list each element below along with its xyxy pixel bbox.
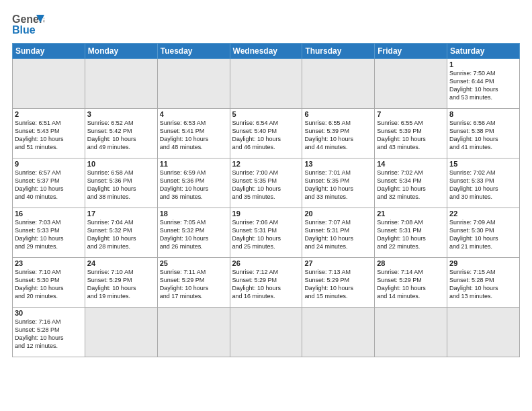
day-info: Sunrise: 6:51 AM Sunset: 5:43 PM Dayligh…	[15, 119, 83, 152]
day-number: 4	[160, 110, 228, 118]
calendar-cell: 23Sunrise: 7:10 AM Sunset: 5:30 PM Dayli…	[13, 258, 85, 308]
day-info: Sunrise: 7:09 AM Sunset: 5:30 PM Dayligh…	[449, 218, 517, 251]
day-number: 7	[377, 110, 445, 118]
day-info: Sunrise: 7:13 AM Sunset: 5:29 PM Dayligh…	[304, 268, 372, 301]
calendar-cell	[157, 59, 230, 109]
calendar-cell: 24Sunrise: 7:10 AM Sunset: 5:29 PM Dayli…	[85, 258, 157, 308]
calendar-cell	[85, 59, 157, 109]
day-number: 10	[87, 160, 155, 168]
day-number: 20	[304, 210, 372, 218]
day-info: Sunrise: 6:58 AM Sunset: 5:36 PM Dayligh…	[87, 169, 155, 201]
weekday-header: Monday	[85, 44, 157, 59]
day-info: Sunrise: 6:55 AM Sunset: 5:39 PM Dayligh…	[304, 119, 372, 152]
day-info: Sunrise: 7:50 AM Sunset: 6:44 PM Dayligh…	[449, 69, 517, 102]
weekday-header: Thursday	[302, 44, 375, 59]
day-info: Sunrise: 7:00 AM Sunset: 5:35 PM Dayligh…	[232, 169, 300, 201]
calendar-cell: 27Sunrise: 7:13 AM Sunset: 5:29 PM Dayli…	[302, 258, 375, 308]
calendar-cell: 1Sunrise: 7:50 AM Sunset: 6:44 PM Daylig…	[447, 59, 520, 109]
calendar-cell	[230, 59, 302, 109]
calendar-cell: 10Sunrise: 6:58 AM Sunset: 5:36 PM Dayli…	[85, 158, 157, 208]
calendar-cell: 4Sunrise: 6:53 AM Sunset: 5:41 PM Daylig…	[157, 109, 230, 158]
calendar-cell	[302, 59, 375, 109]
calendar-week-row: 9Sunrise: 6:57 AM Sunset: 5:37 PM Daylig…	[13, 158, 520, 208]
calendar-cell: 6Sunrise: 6:55 AM Sunset: 5:39 PM Daylig…	[302, 109, 375, 158]
weekday-header: Wednesday	[230, 44, 302, 59]
calendar-cell: 25Sunrise: 7:11 AM Sunset: 5:29 PM Dayli…	[157, 258, 230, 308]
svg-text:Blue: Blue	[12, 24, 36, 36]
calendar-cell	[375, 59, 447, 109]
calendar-cell	[447, 308, 520, 357]
day-number: 2	[15, 110, 83, 118]
weekday-header: Sunday	[13, 44, 85, 59]
calendar-cell: 30Sunrise: 7:16 AM Sunset: 5:28 PM Dayli…	[13, 308, 85, 357]
day-number: 17	[87, 210, 155, 218]
weekday-header: Friday	[375, 44, 447, 59]
day-number: 21	[377, 210, 445, 218]
weekday-header: Tuesday	[157, 44, 230, 59]
calendar-table: SundayMondayTuesdayWednesdayThursdayFrid…	[12, 43, 520, 357]
day-info: Sunrise: 7:10 AM Sunset: 5:30 PM Dayligh…	[15, 268, 83, 301]
calendar-cell: 26Sunrise: 7:12 AM Sunset: 5:29 PM Dayli…	[230, 258, 302, 308]
calendar-cell: 15Sunrise: 7:02 AM Sunset: 5:33 PM Dayli…	[447, 158, 520, 208]
day-number: 3	[87, 110, 155, 118]
day-number: 8	[449, 110, 517, 118]
day-number: 16	[15, 210, 83, 218]
calendar-cell: 13Sunrise: 7:01 AM Sunset: 5:35 PM Dayli…	[302, 158, 375, 208]
calendar-cell: 18Sunrise: 7:05 AM Sunset: 5:32 PM Dayli…	[157, 208, 230, 258]
day-info: Sunrise: 7:07 AM Sunset: 5:31 PM Dayligh…	[304, 218, 372, 251]
day-number: 15	[449, 160, 517, 168]
day-info: Sunrise: 7:11 AM Sunset: 5:29 PM Dayligh…	[160, 268, 228, 301]
day-info: Sunrise: 7:14 AM Sunset: 5:29 PM Dayligh…	[377, 268, 445, 301]
day-number: 6	[304, 110, 372, 118]
day-info: Sunrise: 7:12 AM Sunset: 5:29 PM Dayligh…	[232, 268, 300, 301]
calendar-week-row: 2Sunrise: 6:51 AM Sunset: 5:43 PM Daylig…	[13, 109, 520, 158]
calendar-week-row: 23Sunrise: 7:10 AM Sunset: 5:30 PM Dayli…	[13, 258, 520, 308]
calendar-cell	[85, 308, 157, 357]
day-info: Sunrise: 6:54 AM Sunset: 5:40 PM Dayligh…	[232, 119, 300, 152]
day-info: Sunrise: 6:57 AM Sunset: 5:37 PM Dayligh…	[15, 169, 83, 201]
calendar-cell: 21Sunrise: 7:08 AM Sunset: 5:31 PM Dayli…	[375, 208, 447, 258]
calendar-cell: 19Sunrise: 7:06 AM Sunset: 5:31 PM Dayli…	[230, 208, 302, 258]
day-number: 18	[160, 210, 228, 218]
day-info: Sunrise: 7:10 AM Sunset: 5:29 PM Dayligh…	[87, 268, 155, 301]
day-number: 12	[232, 160, 300, 168]
calendar-cell: 22Sunrise: 7:09 AM Sunset: 5:30 PM Dayli…	[447, 208, 520, 258]
calendar-cell: 11Sunrise: 6:59 AM Sunset: 5:36 PM Dayli…	[157, 158, 230, 208]
logo-area: General Blue	[12, 11, 44, 38]
day-number: 13	[304, 160, 372, 168]
day-info: Sunrise: 6:52 AM Sunset: 5:42 PM Dayligh…	[87, 119, 155, 152]
day-number: 5	[232, 110, 300, 118]
calendar-cell: 16Sunrise: 7:03 AM Sunset: 5:33 PM Dayli…	[13, 208, 85, 258]
calendar-cell: 5Sunrise: 6:54 AM Sunset: 5:40 PM Daylig…	[230, 109, 302, 158]
calendar-cell	[375, 308, 447, 357]
calendar-cell: 20Sunrise: 7:07 AM Sunset: 5:31 PM Dayli…	[302, 208, 375, 258]
day-info: Sunrise: 6:56 AM Sunset: 5:38 PM Dayligh…	[449, 119, 517, 152]
weekday-header: Saturday	[447, 44, 520, 59]
calendar-week-row: 16Sunrise: 7:03 AM Sunset: 5:33 PM Dayli…	[13, 208, 520, 258]
calendar-cell: 3Sunrise: 6:52 AM Sunset: 5:42 PM Daylig…	[85, 109, 157, 158]
day-info: Sunrise: 6:59 AM Sunset: 5:36 PM Dayligh…	[160, 169, 228, 201]
day-info: Sunrise: 7:01 AM Sunset: 5:35 PM Dayligh…	[304, 169, 372, 201]
day-info: Sunrise: 7:03 AM Sunset: 5:33 PM Dayligh…	[15, 218, 83, 251]
day-number: 22	[449, 210, 517, 218]
calendar-cell	[157, 308, 230, 357]
calendar-cell: 28Sunrise: 7:14 AM Sunset: 5:29 PM Dayli…	[375, 258, 447, 308]
day-info: Sunrise: 7:16 AM Sunset: 5:28 PM Dayligh…	[15, 318, 83, 351]
calendar-cell: 2Sunrise: 6:51 AM Sunset: 5:43 PM Daylig…	[13, 109, 85, 158]
day-info: Sunrise: 7:15 AM Sunset: 5:28 PM Dayligh…	[449, 268, 517, 301]
day-info: Sunrise: 7:04 AM Sunset: 5:32 PM Dayligh…	[87, 218, 155, 251]
day-info: Sunrise: 6:53 AM Sunset: 5:41 PM Dayligh…	[160, 119, 228, 152]
day-number: 14	[377, 160, 445, 168]
day-number: 29	[449, 259, 517, 267]
day-number: 30	[15, 309, 83, 317]
day-number: 19	[232, 210, 300, 218]
calendar-cell: 9Sunrise: 6:57 AM Sunset: 5:37 PM Daylig…	[13, 158, 85, 208]
calendar-cell	[230, 308, 302, 357]
day-number: 9	[15, 160, 83, 168]
day-number: 28	[377, 259, 445, 267]
calendar-cell: 14Sunrise: 7:02 AM Sunset: 5:34 PM Dayli…	[375, 158, 447, 208]
day-number: 11	[160, 160, 228, 168]
day-number: 27	[304, 259, 372, 267]
calendar-cell	[302, 308, 375, 357]
calendar-cell: 12Sunrise: 7:00 AM Sunset: 5:35 PM Dayli…	[230, 158, 302, 208]
